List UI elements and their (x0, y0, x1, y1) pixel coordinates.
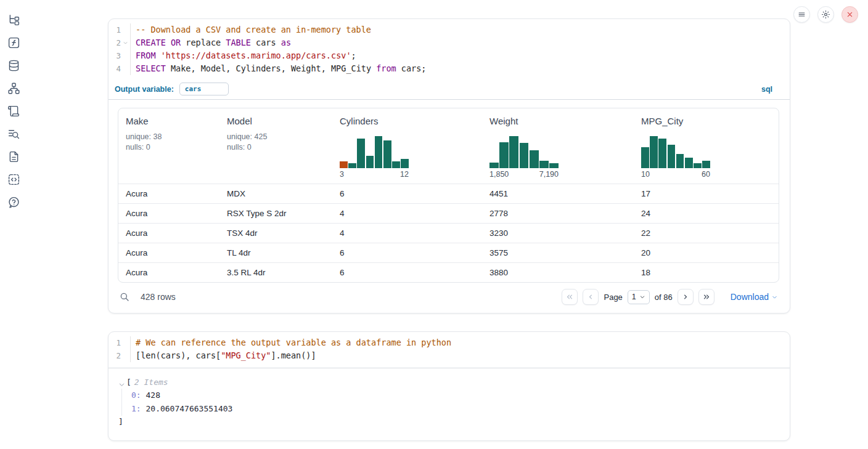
table-cell: Acura (118, 263, 219, 282)
output-variable-row: Output variable: sql (108, 79, 790, 100)
code-line[interactable]: 1-- Download a CSV and create an in-memo… (108, 23, 790, 36)
item-count-label: 2 Items (134, 376, 168, 389)
table-row[interactable]: AcuraTL 4dr6357520 (118, 243, 779, 262)
sidebar (0, 0, 27, 449)
column-histogram[interactable]: 312 (340, 136, 409, 179)
column-header-weight[interactable]: Weight1,8507,190 (482, 108, 634, 184)
histogram-bar (401, 159, 409, 168)
chevron-left-icon (586, 293, 595, 301)
download-button[interactable]: Download (731, 292, 778, 302)
snippets-code-icon[interactable] (7, 173, 20, 186)
database-icon[interactable] (7, 59, 20, 72)
page-select[interactable]: 1 (628, 290, 650, 304)
fold-gutter-spacer (121, 336, 130, 349)
collapse-chevron-icon[interactable] (118, 379, 125, 386)
fold-chevron-icon[interactable] (121, 36, 130, 49)
histogram-bar (676, 154, 684, 168)
code-text: # We can reference the output variable a… (130, 336, 790, 349)
chevron-down-icon (771, 294, 778, 301)
histogram-bar (650, 136, 658, 168)
scroll-icon[interactable] (7, 105, 20, 118)
previous-page-button[interactable] (583, 289, 599, 305)
output-variable-input[interactable] (179, 83, 229, 95)
histogram-bar (702, 161, 710, 168)
table-cell: 4451 (482, 184, 634, 203)
table-cell: 6 (332, 184, 482, 203)
list-item-value: 20.060747663551403 (141, 404, 233, 413)
table-cell: Acura (118, 204, 219, 223)
search-icon[interactable] (119, 291, 130, 302)
last-page-button[interactable] (698, 289, 714, 305)
sql-cell-output: Makeunique: 38nulls: 0Modelunique: 425nu… (108, 100, 790, 313)
histogram-bar (539, 161, 549, 168)
language-badge[interactable]: sql (761, 85, 772, 94)
fold-gutter-spacer (121, 23, 130, 36)
code-line[interactable]: 3FROM 'https://datasets.marimo.app/cars.… (108, 49, 790, 62)
code-line[interactable]: 2[len(cars), cars["MPG_City"].mean()] (108, 349, 790, 362)
line-number: 1 (108, 23, 121, 36)
list-output-items: 0: 4281: 20.060747663551403 (121, 389, 780, 416)
pagination: Page 1 of 86 Download (562, 289, 778, 305)
next-page-button[interactable] (678, 289, 694, 305)
fold-gutter-spacer (121, 62, 130, 75)
output-variable-label: Output variable: (115, 85, 174, 94)
code-text: CREATE OR replace TABLE cars as (130, 36, 790, 49)
histogram-bar (658, 139, 666, 168)
column-histogram[interactable]: 1060 (641, 136, 710, 179)
column-header-cylinders[interactable]: Cylinders312 (332, 108, 482, 184)
table-row[interactable]: AcuraRSX Type S 2dr4277824 (118, 203, 779, 223)
column-histogram[interactable]: 1,8507,190 (489, 136, 559, 179)
table-cell: 22 (634, 224, 779, 243)
python-code-editor[interactable]: 1# We can reference the output variable … (108, 332, 790, 368)
code-line[interactable]: 2CREATE OR replace TABLE cars as (108, 36, 790, 49)
line-number: 2 (108, 349, 121, 362)
code-line[interactable]: 4SELECT Make, Model, Cylinders, Weight, … (108, 62, 790, 75)
fold-gutter-spacer (121, 349, 130, 362)
column-header-model[interactable]: Modelunique: 425nulls: 0 (219, 108, 332, 184)
column-header-mpg_city[interactable]: MPG_City1060 (634, 108, 779, 184)
chevrons-left-icon (565, 293, 574, 301)
settings-gear-button[interactable] (817, 6, 834, 23)
dependency-graph-icon[interactable] (7, 82, 20, 95)
chevron-down-icon (639, 294, 645, 300)
close-bracket: ] (118, 416, 780, 428)
list-item: 0: 428 (131, 389, 780, 402)
column-header-make[interactable]: Makeunique: 38nulls: 0 (118, 108, 219, 184)
table-cell: 20 (634, 243, 779, 262)
line-number: 3 (108, 49, 121, 62)
histogram-axis-labels: 312 (340, 170, 409, 179)
help-icon[interactable] (7, 196, 20, 209)
code-line[interactable]: 1# We can reference the output variable … (108, 336, 790, 349)
table-row[interactable]: AcuraMDX6445117 (118, 184, 779, 203)
file-tree-icon[interactable] (7, 14, 20, 26)
table-cell: 24 (634, 204, 779, 223)
table-cell: MDX (219, 184, 332, 203)
code-text: -- Download a CSV and create an in-memor… (130, 23, 790, 36)
table-row[interactable]: Acura3.5 RL 4dr6388018 (118, 262, 779, 282)
sql-code-editor[interactable]: 1-- Download a CSV and create an in-memo… (108, 19, 790, 79)
table-cell: Acura (118, 184, 219, 203)
list-item: 1: 20.060747663551403 (131, 402, 780, 416)
document-icon[interactable] (7, 150, 20, 163)
table-cell: TL 4dr (219, 243, 332, 262)
page-select-value: 1 (632, 293, 636, 301)
page-label: Page (604, 293, 622, 302)
fold-gutter-spacer (121, 49, 130, 62)
histogram-axis-labels: 1,8507,190 (489, 170, 559, 179)
menu-button[interactable] (793, 6, 810, 23)
function-square-icon[interactable] (7, 36, 20, 49)
chevron-right-icon (681, 293, 690, 301)
table-cell: 6 (332, 263, 482, 282)
column-title: Model (227, 116, 325, 126)
first-page-button[interactable] (562, 289, 578, 305)
logs-search-icon[interactable] (7, 127, 20, 140)
table-header: Makeunique: 38nulls: 0Modelunique: 425nu… (118, 108, 779, 184)
table-row[interactable]: AcuraTSX 4dr4323022 (118, 223, 779, 243)
histogram-bar (357, 139, 365, 168)
table-cell: 2778 (482, 204, 634, 223)
page-total-label: of 86 (655, 293, 673, 302)
shutdown-close-button[interactable] (841, 6, 858, 23)
column-title: Make (126, 116, 212, 126)
list-item-index: 1: (131, 404, 141, 413)
table-cell: Acura (118, 224, 219, 243)
